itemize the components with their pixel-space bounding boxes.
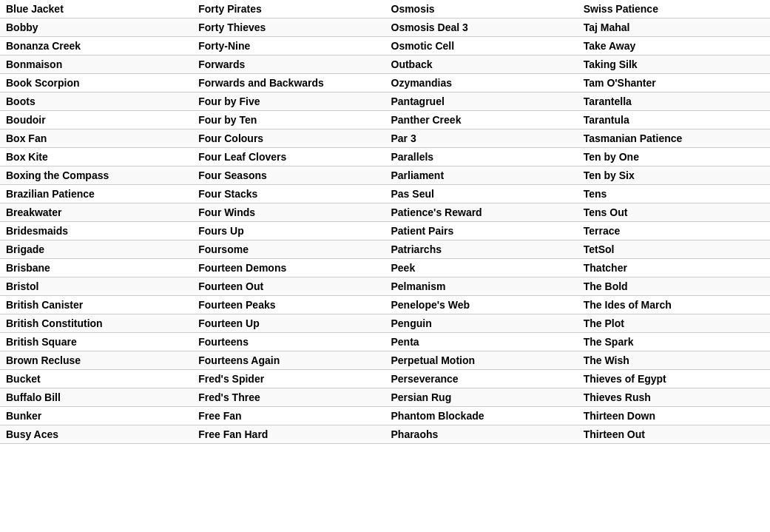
table-row: Box KiteFour Leaf CloversParallelsTen by…	[0, 148, 770, 166]
table-cell: Bristol	[0, 277, 192, 296]
table-cell: Brigade	[0, 240, 192, 259]
table-cell: Ozymandias	[385, 74, 578, 92]
table-cell: Forwards and Backwards	[192, 74, 385, 92]
table-cell: Fourteen Out	[192, 277, 385, 296]
table-cell: Bucket	[0, 370, 192, 388]
table-cell: Patient Pairs	[385, 222, 578, 240]
table-cell: Box Fan	[0, 129, 192, 148]
table-cell: Parliament	[385, 166, 578, 185]
table-cell: Four Leaf Clovers	[192, 148, 385, 166]
table-cell: Blue Jacket	[0, 0, 192, 18]
table-cell: Thirteen Out	[578, 425, 770, 444]
table-cell: Fourteen Demons	[192, 259, 385, 277]
table-cell: The Ides of March	[578, 296, 770, 314]
table-cell: Phantom Blockade	[385, 407, 578, 425]
table-cell: Boots	[0, 92, 192, 111]
table-row: BrigadeFoursomePatriarchsTetSol	[0, 240, 770, 259]
table-row: British CanisterFourteen PeaksPenelope's…	[0, 296, 770, 314]
table-cell: Thatcher	[578, 259, 770, 277]
table-cell: Free Fan Hard	[192, 425, 385, 444]
table-cell: Persian Rug	[385, 388, 578, 407]
table-cell: Bonanza Creek	[0, 37, 192, 55]
table-row: BunkerFree FanPhantom BlockadeThirteen D…	[0, 407, 770, 425]
table-cell: Outback	[385, 55, 578, 74]
table-cell: Osmosis	[385, 0, 578, 18]
table-cell: Tarantula	[578, 111, 770, 129]
table-cell: Panther Creek	[385, 111, 578, 129]
table-cell: Pantagruel	[385, 92, 578, 111]
table-cell: Patriarchs	[385, 240, 578, 259]
table-cell: Fourteen Peaks	[192, 296, 385, 314]
table-cell: Forty-Nine	[192, 37, 385, 55]
table-cell: The Bold	[578, 277, 770, 296]
table-cell: British Constitution	[0, 314, 192, 333]
table-cell: Ten by One	[578, 148, 770, 166]
table-row: Box FanFour ColoursPar 3Tasmanian Patien…	[0, 129, 770, 148]
table-cell: Book Scorpion	[0, 74, 192, 92]
table-cell: Tens Out	[578, 203, 770, 222]
table-cell: Breakwater	[0, 203, 192, 222]
table-cell: Take Away	[578, 37, 770, 55]
table-cell: Fours Up	[192, 222, 385, 240]
table-cell: Brown Recluse	[0, 351, 192, 370]
table-cell: Brazilian Patience	[0, 185, 192, 203]
table-cell: Parallels	[385, 148, 578, 166]
table-row: BonmaisonForwardsOutbackTaking Silk	[0, 55, 770, 74]
table-row: Brown RecluseFourteens AgainPerpetual Mo…	[0, 351, 770, 370]
table-cell: Osmosis Deal 3	[385, 18, 578, 37]
table-row: Buffalo BillFred's ThreePersian RugThiev…	[0, 388, 770, 407]
table-row: British SquareFourteensPentaThe Spark	[0, 333, 770, 351]
table-cell: Buffalo Bill	[0, 388, 192, 407]
table-row: Brazilian PatienceFour StacksPas SeulTen…	[0, 185, 770, 203]
table-row: Blue JacketForty PiratesOsmosisSwiss Pat…	[0, 0, 770, 18]
table-cell: Terrace	[578, 222, 770, 240]
table-cell: Brisbane	[0, 259, 192, 277]
table-row: BrisbaneFourteen DemonsPeekThatcher	[0, 259, 770, 277]
table-cell: Bobby	[0, 18, 192, 37]
table-cell: Bonmaison	[0, 55, 192, 74]
table-cell: Penelope's Web	[385, 296, 578, 314]
table-cell: Fourteens Again	[192, 351, 385, 370]
table-cell: Four by Ten	[192, 111, 385, 129]
table-cell: Boudoir	[0, 111, 192, 129]
table-cell: Tasmanian Patience	[578, 129, 770, 148]
table-cell: Pelmanism	[385, 277, 578, 296]
table-cell: Foursome	[192, 240, 385, 259]
table-cell: Tarantella	[578, 92, 770, 111]
table-row: Book ScorpionForwards and BackwardsOzyma…	[0, 74, 770, 92]
table-cell: Forty Thieves	[192, 18, 385, 37]
games-table: Blue JacketForty PiratesOsmosisSwiss Pat…	[0, 0, 770, 444]
table-cell: The Plot	[578, 314, 770, 333]
table-row: BobbyForty ThievesOsmosis Deal 3Taj Maha…	[0, 18, 770, 37]
table-cell: Boxing the Compass	[0, 166, 192, 185]
table-cell: Busy Aces	[0, 425, 192, 444]
table-cell: Free Fan	[192, 407, 385, 425]
table-cell: Bridesmaids	[0, 222, 192, 240]
table-cell: Ten by Six	[578, 166, 770, 185]
table-cell: Peek	[385, 259, 578, 277]
table-cell: Fourteen Up	[192, 314, 385, 333]
table-row: BucketFred's SpiderPerseveranceThieves o…	[0, 370, 770, 388]
table-cell: Perseverance	[385, 370, 578, 388]
table-cell: Tens	[578, 185, 770, 203]
table-cell: Penguin	[385, 314, 578, 333]
table-cell: Thieves of Egypt	[578, 370, 770, 388]
table-row: Bonanza CreekForty-NineOsmotic CellTake …	[0, 37, 770, 55]
table-row: British ConstitutionFourteen UpPenguinTh…	[0, 314, 770, 333]
table-cell: Perpetual Motion	[385, 351, 578, 370]
table-cell: Pas Seul	[385, 185, 578, 203]
table-cell: British Canister	[0, 296, 192, 314]
table-cell: Four Colours	[192, 129, 385, 148]
table-cell: Thieves Rush	[578, 388, 770, 407]
table-cell: British Square	[0, 333, 192, 351]
table-cell: Taking Silk	[578, 55, 770, 74]
table-row: BristolFourteen OutPelmanismThe Bold	[0, 277, 770, 296]
table-cell: Fred's Spider	[192, 370, 385, 388]
table-cell: Four Winds	[192, 203, 385, 222]
table-cell: Four Stacks	[192, 185, 385, 203]
table-row: BreakwaterFour WindsPatience's RewardTen…	[0, 203, 770, 222]
table-cell: Swiss Patience	[578, 0, 770, 18]
table-cell: Osmotic Cell	[385, 37, 578, 55]
table-cell: Patience's Reward	[385, 203, 578, 222]
table-cell: Bunker	[0, 407, 192, 425]
